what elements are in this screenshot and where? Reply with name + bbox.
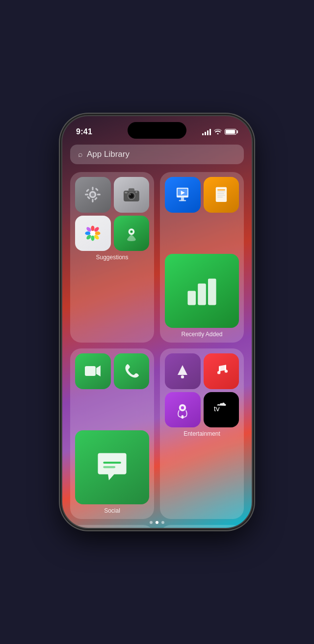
svg-rect-52 bbox=[219, 367, 220, 372]
app-icon-podcasts[interactable] bbox=[165, 392, 201, 428]
status-icons bbox=[202, 128, 238, 136]
entertainment-apps: tv bbox=[165, 353, 239, 427]
entertainment-label: Entertainment bbox=[165, 430, 239, 437]
svg-point-14 bbox=[129, 194, 131, 196]
app-category-grid: Suggestions bbox=[70, 172, 244, 528]
svg-point-1 bbox=[91, 193, 95, 197]
battery-icon bbox=[225, 129, 238, 135]
svg-rect-32 bbox=[181, 198, 184, 200]
svg-point-21 bbox=[95, 231, 101, 235]
search-bar-label: App Library bbox=[87, 149, 130, 159]
svg-rect-35 bbox=[216, 187, 227, 202]
svg-point-49 bbox=[181, 375, 184, 378]
app-icon-messages[interactable] bbox=[75, 430, 149, 504]
suggestions-apps bbox=[75, 177, 149, 251]
svg-point-18 bbox=[91, 225, 95, 231]
page-dot-3 bbox=[161, 521, 164, 524]
app-icon-photos[interactable] bbox=[75, 216, 111, 251]
app-icon-keynote[interactable] bbox=[165, 177, 201, 213]
svg-rect-36 bbox=[217, 190, 225, 191]
svg-point-29 bbox=[131, 231, 132, 232]
svg-rect-37 bbox=[217, 192, 225, 193]
phone-frame: 9:41 bbox=[61, 115, 253, 529]
app-icon-itunes[interactable] bbox=[165, 353, 201, 389]
category-recently-added[interactable]: Recently Added bbox=[160, 172, 244, 343]
svg-rect-56 bbox=[182, 415, 184, 419]
svg-rect-42 bbox=[198, 284, 206, 305]
svg-rect-41 bbox=[187, 291, 196, 305]
signal-icon bbox=[202, 129, 211, 135]
svg-rect-6 bbox=[86, 189, 89, 192]
category-information[interactable]: A 文 bbox=[160, 525, 244, 528]
svg-rect-43 bbox=[208, 279, 216, 305]
recently-added-apps bbox=[165, 177, 239, 328]
suggestions-label: Suggestions bbox=[75, 254, 149, 261]
svg-rect-9 bbox=[95, 188, 99, 191]
app-icon-numbers[interactable] bbox=[165, 254, 239, 328]
page-dot-1 bbox=[150, 521, 153, 524]
category-social[interactable]: Social bbox=[70, 348, 154, 519]
svg-marker-48 bbox=[178, 365, 187, 375]
search-icon: ⌕ bbox=[78, 150, 83, 159]
app-icon-find-my[interactable] bbox=[114, 216, 150, 251]
svg-rect-33 bbox=[179, 200, 186, 201]
social-apps bbox=[75, 353, 149, 504]
svg-rect-5 bbox=[97, 194, 101, 196]
svg-point-20 bbox=[85, 231, 91, 235]
app-icon-pages[interactable] bbox=[204, 177, 239, 213]
wifi-icon bbox=[214, 128, 222, 136]
social-label: Social bbox=[75, 507, 149, 514]
svg-point-15 bbox=[135, 191, 137, 193]
svg-rect-2 bbox=[92, 187, 94, 190]
svg-rect-38 bbox=[217, 193, 224, 194]
svg-rect-47 bbox=[103, 466, 115, 468]
svg-rect-3 bbox=[92, 199, 94, 202]
dynamic-island bbox=[128, 122, 186, 139]
app-icon-facetime[interactable] bbox=[75, 353, 111, 389]
svg-point-55 bbox=[181, 406, 184, 409]
svg-rect-16 bbox=[125, 192, 128, 194]
svg-marker-45 bbox=[96, 366, 101, 376]
svg-rect-11 bbox=[129, 188, 134, 191]
category-suggestions[interactable]: Suggestions bbox=[70, 172, 154, 343]
app-icon-settings[interactable] bbox=[75, 177, 111, 213]
svg-rect-44 bbox=[85, 366, 96, 376]
recently-added-label: Recently Added bbox=[165, 331, 239, 338]
app-icon-phone[interactable] bbox=[114, 353, 150, 389]
svg-point-26 bbox=[90, 231, 95, 236]
svg-text:tv: tv bbox=[214, 404, 220, 413]
svg-rect-53 bbox=[225, 366, 226, 371]
svg-rect-39 bbox=[217, 195, 225, 196]
svg-point-19 bbox=[91, 235, 95, 241]
svg-rect-4 bbox=[85, 194, 88, 196]
app-icon-camera[interactable] bbox=[114, 177, 150, 213]
search-bar[interactable]: ⌕ App Library bbox=[70, 145, 244, 164]
category-entertainment[interactable]: tv Entertainment bbox=[160, 348, 244, 519]
svg-rect-46 bbox=[103, 462, 121, 464]
app-icon-music[interactable] bbox=[204, 353, 239, 389]
page-dot-2 bbox=[156, 521, 158, 524]
app-library-content: ⌕ App Library bbox=[62, 141, 252, 528]
app-icon-apple-tv[interactable]: tv bbox=[204, 392, 239, 428]
status-time: 9:41 bbox=[76, 127, 92, 136]
screen: 9:41 bbox=[62, 116, 252, 528]
page-indicator bbox=[150, 521, 164, 524]
svg-rect-40 bbox=[217, 197, 223, 198]
category-productivity[interactable]: → TUE 9 bbox=[70, 525, 154, 528]
